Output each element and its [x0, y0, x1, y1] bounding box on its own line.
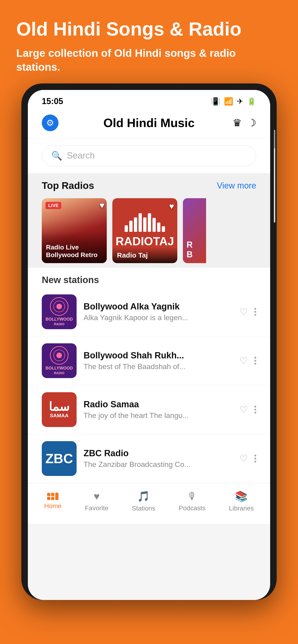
- radio-card-bollywood-retro[interactable]: ♥ LIVE Radio Live Bollywood Retro: [42, 198, 107, 263]
- station-actions-shah: ♡: [239, 356, 256, 366]
- search-container: 🔍 Search: [28, 138, 270, 173]
- home-icon: [47, 492, 59, 500]
- crown-icon[interactable]: ♛: [232, 117, 242, 129]
- airplane-icon: ✈: [237, 97, 243, 106]
- more-icon-alka[interactable]: [254, 308, 256, 316]
- station-item[interactable]: سما SAMAA Radio Samaa The joy of the hea…: [28, 385, 270, 434]
- nav-label-stations: Stations: [132, 505, 155, 512]
- radio-cards-list: ♥ LIVE Radio Live Bollywood Retro: [42, 198, 256, 263]
- station-desc-samaa: The joy of the heart The langu...: [84, 411, 232, 420]
- samaa-label: SAMAA: [50, 413, 69, 419]
- hero-subtitle: Large collection of Old Hindi songs & ra…: [16, 46, 282, 74]
- scrollbar-thumb[interactable]: [274, 130, 275, 148]
- bottom-navigation: Home ♥ Favorite 🎵 Stations 🎙 Podcasts 📚 …: [28, 483, 270, 524]
- station-item[interactable]: BOLLYWOODRADIO Bollywood Shah Rukh... Th…: [28, 336, 270, 385]
- phone-mockup: 15:05 📳 📶 ✈ 🔋 ⚙ Old Hindi Music ♛ ☽: [21, 84, 277, 600]
- card2-heart-icon[interactable]: ♥: [169, 202, 174, 211]
- bollywood-radio-text: BOLLYWOODRADIO: [46, 317, 73, 326]
- app-header: ⚙ Old Hindi Music ♛ ☽: [28, 110, 270, 138]
- station-info-shah: Bollywood Shah Rukh... The best of The B…: [84, 350, 232, 371]
- search-icon: 🔍: [51, 151, 62, 161]
- nav-label-favorite: Favorite: [85, 504, 108, 512]
- station-info-zbc: ZBC Radio The Zanzibar Broadcasting Co..…: [84, 448, 232, 469]
- bollywood-radio-text2: BOLLYWOODRADIO: [46, 366, 73, 375]
- station-actions-zbc: ♡: [239, 453, 256, 464]
- station-actions-alka: ♡: [239, 306, 256, 317]
- header-actions: ♛ ☽: [232, 117, 256, 129]
- radio-card-partial[interactable]: RB: [183, 198, 206, 263]
- battery-icon: 🔋: [247, 97, 256, 106]
- more-icon-shah[interactable]: [254, 357, 256, 365]
- nav-label-libraries: Libraries: [229, 505, 254, 512]
- scrollbar-track[interactable]: [274, 130, 275, 222]
- wifi-icon: 📶: [224, 97, 233, 106]
- nav-label-home: Home: [44, 502, 62, 510]
- station-logo-samaa: سما SAMAA: [42, 392, 77, 427]
- new-stations-section: New stations BOLLYWOODRADIO Boll: [28, 268, 270, 483]
- content-area: Top Radios View more ♥ LIVE: [28, 173, 270, 483]
- nav-item-home[interactable]: Home: [44, 492, 62, 510]
- card1-heart-icon[interactable]: ♥: [100, 200, 104, 210]
- station-actions-samaa: ♡: [239, 404, 256, 415]
- favorite-icon-shah[interactable]: ♡: [239, 356, 248, 366]
- search-bar[interactable]: 🔍 Search: [42, 145, 256, 166]
- favorite-icon-alka[interactable]: ♡: [239, 306, 248, 317]
- station-name-shah: Bollywood Shah Rukh...: [84, 350, 232, 360]
- station-logo-bollywood-shah: BOLLYWOODRADIO: [42, 343, 77, 378]
- station-item[interactable]: ZBC ZBC Radio The Zanzibar Broadcasting …: [28, 434, 270, 483]
- status-icons: 📳 📶 ✈ 🔋: [211, 97, 256, 106]
- stations-nav-icon: 🎵: [137, 490, 150, 502]
- card2-label: Radio Taj: [112, 247, 177, 263]
- more-icon-samaa[interactable]: [254, 406, 256, 414]
- favorite-icon-zbc[interactable]: ♡: [239, 453, 248, 464]
- top-radios-section: Top Radios View more ♥ LIVE: [28, 180, 270, 263]
- new-stations-title: New stations: [28, 268, 270, 288]
- nav-label-podcasts: Podcasts: [179, 504, 205, 512]
- status-bar: 15:05 📳 📶 ✈ 🔋: [28, 90, 270, 110]
- card1-label: Radio Live Bollywood Retro: [42, 232, 107, 263]
- podcasts-nav-icon: 🎙: [187, 490, 197, 502]
- station-desc-alka: Alka Yagnik Kapoor is a legen...: [84, 314, 232, 322]
- station-logo-zbc: ZBC: [42, 441, 77, 476]
- radio-card-radiotaj[interactable]: RADIOTAJ ♥ Radio Taj: [112, 198, 177, 263]
- more-icon-zbc[interactable]: [254, 454, 256, 462]
- station-logo-bollywood-alka: BOLLYWOODRADIO: [42, 294, 77, 329]
- nav-item-stations[interactable]: 🎵 Stations: [132, 490, 155, 512]
- station-item[interactable]: BOLLYWOODRADIO Bollywood Alka Yagnik Alk…: [28, 288, 270, 336]
- nav-item-favorite[interactable]: ♥ Favorite: [85, 490, 108, 512]
- vibrate-icon: 📳: [211, 97, 220, 106]
- favorite-icon-samaa[interactable]: ♡: [239, 404, 248, 415]
- top-radios-title: Top Radios: [42, 180, 94, 191]
- zbc-logo-text: ZBC: [45, 451, 73, 466]
- station-name-samaa: Radio Samaa: [84, 400, 232, 410]
- view-more-button[interactable]: View more: [217, 181, 256, 190]
- settings-icon[interactable]: ⚙: [42, 114, 59, 131]
- hero-section: Old Hindi Songs & Radio Large collection…: [0, 0, 298, 84]
- card3-partial-label: RB: [187, 240, 193, 260]
- favorite-nav-icon: ♥: [94, 490, 100, 502]
- libraries-nav-icon: 📚: [235, 490, 248, 502]
- station-info-samaa: Radio Samaa The joy of the heart The lan…: [84, 400, 232, 420]
- hero-title: Old Hindi Songs & Radio: [16, 18, 282, 40]
- status-time: 15:05: [42, 96, 63, 106]
- top-radios-header: Top Radios View more: [42, 180, 256, 191]
- nav-item-podcasts[interactable]: 🎙 Podcasts: [179, 490, 205, 512]
- header-center: Old Hindi Music: [104, 116, 195, 130]
- radiotaj-bars: [125, 213, 165, 232]
- station-desc-zbc: The Zanzibar Broadcasting Co...: [84, 460, 232, 469]
- station-desc-shah: The best of The Baadshah of...: [84, 362, 232, 371]
- station-name-zbc: ZBC Radio: [84, 448, 232, 458]
- nav-item-libraries[interactable]: 📚 Libraries: [229, 490, 254, 512]
- live-badge: LIVE: [46, 202, 61, 209]
- search-placeholder: Search: [67, 151, 95, 161]
- samaa-arabic-text: سما: [49, 400, 70, 413]
- phone-screen: 15:05 📳 📶 ✈ 🔋 ⚙ Old Hindi Music ♛ ☽: [28, 90, 270, 600]
- app-title: Old Hindi Music: [104, 116, 195, 130]
- station-info-alka: Bollywood Alka Yagnik Alka Yagnik Kapoor…: [84, 302, 232, 322]
- radiotaj-logo-text: RADIOTAJ: [116, 234, 174, 248]
- station-name-alka: Bollywood Alka Yagnik: [84, 302, 232, 312]
- moon-icon[interactable]: ☽: [247, 117, 256, 129]
